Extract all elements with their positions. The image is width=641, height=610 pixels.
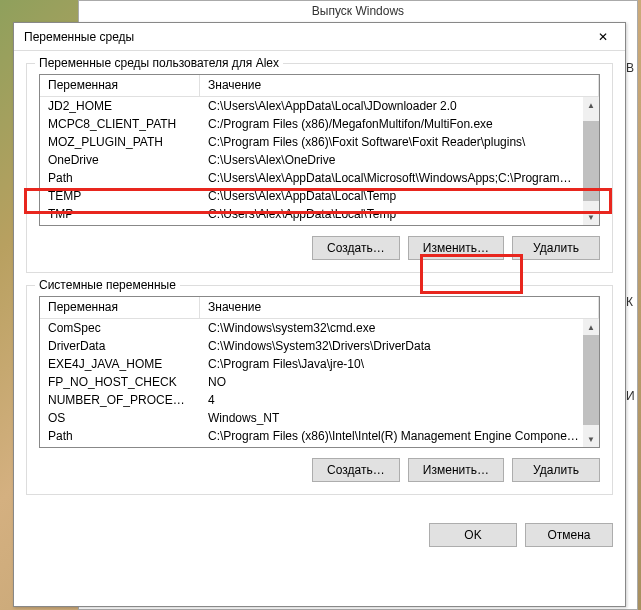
cell-value: C:/Program Files (x86)/MegafonMultifon/M…: [200, 116, 599, 132]
scrollbar[interactable]: ▲ ▼: [583, 97, 599, 225]
table-header: Переменная Значение: [40, 297, 599, 319]
scrollbar-thumb[interactable]: [583, 335, 599, 425]
col-variable[interactable]: Переменная: [40, 297, 200, 318]
background-window-title: Выпуск Windows: [312, 4, 404, 18]
table-row[interactable]: PathC:\Users\Alex\AppData\Local\Microsof…: [40, 169, 599, 187]
cell-value: C:\Users\Alex\AppData\Local\Temp: [200, 188, 599, 204]
close-button[interactable]: ✕: [583, 24, 623, 50]
sys-vars-body: ComSpecC:\Windows\system32\cmd.exeDriver…: [40, 319, 599, 448]
table-row[interactable]: ComSpecC:\Windows\system32\cmd.exe: [40, 319, 599, 337]
scroll-down-icon[interactable]: ▼: [583, 431, 599, 447]
cell-variable: NUMBER_OF_PROCESSORS: [40, 392, 200, 408]
dialog-title: Переменные среды: [24, 30, 134, 44]
cell-value: C:\Program Files (x86)\Foxit Software\Fo…: [200, 134, 599, 150]
dialog-button-row: OK Отмена: [14, 515, 625, 559]
scrollbar[interactable]: ▲ ▼: [583, 319, 599, 447]
cell-value: C:\Users\Alex\AppData\Local\Microsoft\Wi…: [200, 170, 599, 186]
dialog-titlebar: Переменные среды ✕: [14, 23, 625, 51]
user-vars-group: Переменные среды пользователя для Alex П…: [26, 63, 613, 273]
sys-button-row: Создать… Изменить… Удалить: [39, 458, 600, 482]
cell-variable: TEMP: [40, 188, 200, 204]
cell-variable: ComSpec: [40, 320, 200, 336]
table-row[interactable]: FP_NO_HOST_CHECKNO: [40, 373, 599, 391]
sys-vars-group: Системные переменные Переменная Значение…: [26, 285, 613, 495]
sys-vars-label: Системные переменные: [35, 278, 180, 292]
cell-variable: OS: [40, 410, 200, 426]
scroll-up-icon[interactable]: ▲: [583, 97, 599, 113]
user-vars-body: JD2_HOMEC:\Users\Alex\AppData\Local\JDow…: [40, 97, 599, 226]
scrollbar-thumb[interactable]: [583, 121, 599, 201]
cell-variable: FP_NO_HOST_CHECK: [40, 374, 200, 390]
table-row[interactable]: PathC:\Program Files (x86)\Intel\Intel(R…: [40, 427, 599, 445]
cell-variable: JD2_HOME: [40, 98, 200, 114]
user-create-button[interactable]: Создать…: [312, 236, 400, 260]
table-row[interactable]: MOZ_PLUGIN_PATHC:\Program Files (x86)\Fo…: [40, 133, 599, 151]
col-value[interactable]: Значение: [200, 75, 599, 96]
close-icon: ✕: [598, 30, 608, 44]
sys-delete-button[interactable]: Удалить: [512, 458, 600, 482]
cancel-button[interactable]: Отмена: [525, 523, 613, 547]
table-row[interactable]: TEMPC:\Users\Alex\AppData\Local\Temp: [40, 187, 599, 205]
scroll-up-icon[interactable]: ▲: [583, 319, 599, 335]
cell-value: C:\Windows\system32\cmd.exe: [200, 320, 599, 336]
cell-value: Windows_NT: [200, 410, 599, 426]
table-row[interactable]: NUMBER_OF_PROCESSORS4: [40, 391, 599, 409]
col-value[interactable]: Значение: [200, 297, 599, 318]
cell-value: NO: [200, 374, 599, 390]
table-row[interactable]: TMPC:\Users\Alex\AppData\Local\Temp: [40, 205, 599, 223]
table-row[interactable]: MCPC8_CLIENT_PATHC:/Program Files (x86)/…: [40, 115, 599, 133]
ok-button[interactable]: OK: [429, 523, 517, 547]
cell-variable: MOZ_PLUGIN_PATH: [40, 134, 200, 150]
cell-value: C:\Users\Alex\AppData\Local\JDownloader …: [200, 98, 599, 114]
cell-value: C:\Users\Alex\OneDrive: [200, 152, 599, 168]
user-delete-button[interactable]: Удалить: [512, 236, 600, 260]
cell-value: C:\Windows\System32\Drivers\DriverData: [200, 338, 599, 354]
sys-create-button[interactable]: Создать…: [312, 458, 400, 482]
cell-variable: Path: [40, 428, 200, 444]
scroll-down-icon[interactable]: ▼: [583, 209, 599, 225]
cell-value: C:\Program Files\Java\jre-10\: [200, 356, 599, 372]
cell-variable: MCPC8_CLIENT_PATH: [40, 116, 200, 132]
cell-value: C:\Program Files (x86)\Intel\Intel(R) Ma…: [200, 428, 599, 444]
table-row[interactable]: EXE4J_JAVA_HOMEC:\Program Files\Java\jre…: [40, 355, 599, 373]
cell-value: 4: [200, 392, 599, 408]
col-variable[interactable]: Переменная: [40, 75, 200, 96]
cell-variable: EXE4J_JAVA_HOME: [40, 356, 200, 372]
env-vars-dialog: Переменные среды ✕ Переменные среды поль…: [13, 22, 626, 607]
table-row[interactable]: OSWindows_NT: [40, 409, 599, 427]
cell-variable: TMP: [40, 206, 200, 222]
dialog-content: Переменные среды пользователя для Alex П…: [14, 51, 625, 515]
cell-value: C:\Users\Alex\AppData\Local\Temp: [200, 206, 599, 222]
user-button-row: Создать… Изменить… Удалить: [39, 236, 600, 260]
user-vars-label: Переменные среды пользователя для Alex: [35, 56, 283, 70]
cell-variable: OneDrive: [40, 152, 200, 168]
table-row[interactable]: OneDriveC:\Users\Alex\OneDrive: [40, 151, 599, 169]
user-vars-table[interactable]: Переменная Значение JD2_HOMEC:\Users\Ale…: [39, 74, 600, 226]
cell-variable: Path: [40, 170, 200, 186]
table-row[interactable]: JD2_HOMEC:\Users\Alex\AppData\Local\JDow…: [40, 97, 599, 115]
cell-variable: DriverData: [40, 338, 200, 354]
user-edit-button[interactable]: Изменить…: [408, 236, 504, 260]
sys-vars-table[interactable]: Переменная Значение ComSpecC:\Windows\sy…: [39, 296, 600, 448]
table-header: Переменная Значение: [40, 75, 599, 97]
table-row[interactable]: DriverDataC:\Windows\System32\Drivers\Dr…: [40, 337, 599, 355]
sys-edit-button[interactable]: Изменить…: [408, 458, 504, 482]
